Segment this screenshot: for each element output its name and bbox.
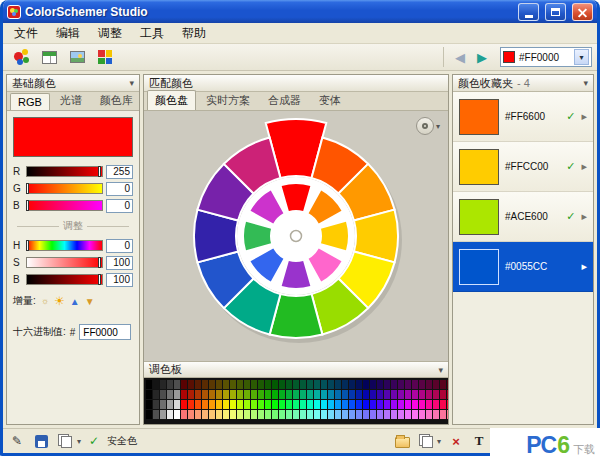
copy-favorites-button[interactable] [418,433,434,449]
palette-cell[interactable] [272,400,278,409]
palette-cell[interactable] [181,400,187,409]
palette-cell[interactable] [174,400,180,409]
palette-cell[interactable] [398,400,404,409]
palette-cell[interactable] [440,400,446,409]
palette-cell[interactable] [356,380,362,389]
palette-cell[interactable] [230,390,236,399]
palette-cell[interactable] [251,380,257,389]
palette-cell[interactable] [391,400,397,409]
copy-button[interactable] [57,433,73,449]
menu-item-编辑[interactable]: 编辑 [47,23,89,44]
hsb-H-value[interactable]: 0 [106,239,133,253]
palette-cell[interactable] [342,400,348,409]
palette-cell[interactable] [153,400,159,409]
tab-颜色盘[interactable]: 颜色盘 [147,90,196,110]
increment-down-icon[interactable]: ▼ [85,296,95,307]
arrow-right-icon[interactable]: ▸ [581,210,587,223]
palette-cell[interactable] [300,380,306,389]
palette-cell[interactable] [153,410,159,419]
palette-cell[interactable] [405,410,411,419]
palette-cell[interactable] [412,410,418,419]
palette-cell[interactable] [398,410,404,419]
scheme-browser-button[interactable] [36,46,62,69]
palette-cell[interactable] [216,400,222,409]
hsb-B-value[interactable]: 100 [106,273,133,287]
palette-cell[interactable] [146,410,152,419]
palette-cell[interactable] [237,410,243,419]
palette-cell[interactable] [363,380,369,389]
palette-cell[interactable] [216,410,222,419]
palette-cell[interactable] [279,410,285,419]
palette-cell[interactable] [405,380,411,389]
palette-menu-button[interactable]: ▾ [438,365,443,375]
palette-cell[interactable] [286,410,292,419]
palette-cell[interactable] [335,380,341,389]
palette-cell[interactable] [433,410,439,419]
tab-颜色库[interactable]: 颜色库 [92,90,141,110]
palette-cell[interactable] [230,380,236,389]
color-wheel[interactable] [171,111,421,361]
palette-cell[interactable] [356,400,362,409]
palette-cell[interactable] [314,390,320,399]
palette-cell[interactable] [370,380,376,389]
palette-cell[interactable] [209,410,215,419]
palette-cell[interactable] [349,400,355,409]
palette-cell[interactable] [384,410,390,419]
panel-menu-button[interactable]: ▾ [129,78,134,88]
palette-cell[interactable] [244,380,250,389]
palette-cell[interactable] [321,410,327,419]
palette-cell[interactable] [377,400,383,409]
palette-cell[interactable] [272,380,278,389]
palette-cell[interactable] [335,410,341,419]
palette-cell[interactable] [384,380,390,389]
palette-cell[interactable] [251,400,257,409]
palette-cell[interactable] [181,390,187,399]
palette-cell[interactable] [258,410,264,419]
close-button[interactable] [572,3,593,21]
palette-cell[interactable] [202,400,208,409]
palette-cell[interactable] [265,380,271,389]
palette-cell[interactable] [237,380,243,389]
slider-thumb[interactable] [26,200,29,211]
palette-cell[interactable] [279,400,285,409]
palette-cell[interactable] [202,410,208,419]
hex-input[interactable] [79,324,131,340]
rgb-G-slider-track[interactable] [26,183,103,194]
brightness-down-icon[interactable]: ☼ [41,296,49,306]
rgb-G-value[interactable]: 0 [106,182,133,196]
open-folder-button[interactable] [395,433,411,449]
palette-cell[interactable] [447,410,448,419]
palette-cell[interactable] [328,390,334,399]
hsb-H-slider-track[interactable] [26,240,103,251]
tab-RGB[interactable]: RGB [10,93,50,110]
palette-cell[interactable] [342,380,348,389]
palette-cell[interactable] [167,380,173,389]
palette-cell[interactable] [181,410,187,419]
palette-cell[interactable] [405,390,411,399]
palette-cell[interactable] [223,380,229,389]
palette-cell[interactable] [419,390,425,399]
palette-cell[interactable] [447,400,448,409]
palette-cell[interactable] [202,390,208,399]
palette-cell[interactable] [153,380,159,389]
palette-cell[interactable] [307,400,313,409]
palette-cell[interactable] [167,390,173,399]
slider-thumb[interactable] [26,183,29,194]
minimize-button[interactable] [518,3,539,21]
palette-cell[interactable] [146,390,152,399]
palette-cell[interactable] [363,390,369,399]
current-color-combo[interactable]: #FF0000 ▾ [500,47,592,67]
palette-cell[interactable] [391,390,397,399]
menu-item-文件[interactable]: 文件 [5,23,47,44]
tab-光谱[interactable]: 光谱 [52,90,90,110]
palette-cell[interactable] [209,380,215,389]
palette-cell[interactable] [265,400,271,409]
favorites-copy-dropdown-button[interactable]: ▾ [437,437,441,446]
palette-cell[interactable] [370,410,376,419]
palette-cell[interactable] [251,410,257,419]
palette-cell[interactable] [216,380,222,389]
palette-cell[interactable] [237,400,243,409]
palette-cell[interactable] [279,380,285,389]
palette-cell[interactable] [188,400,194,409]
palette-cell[interactable] [300,410,306,419]
